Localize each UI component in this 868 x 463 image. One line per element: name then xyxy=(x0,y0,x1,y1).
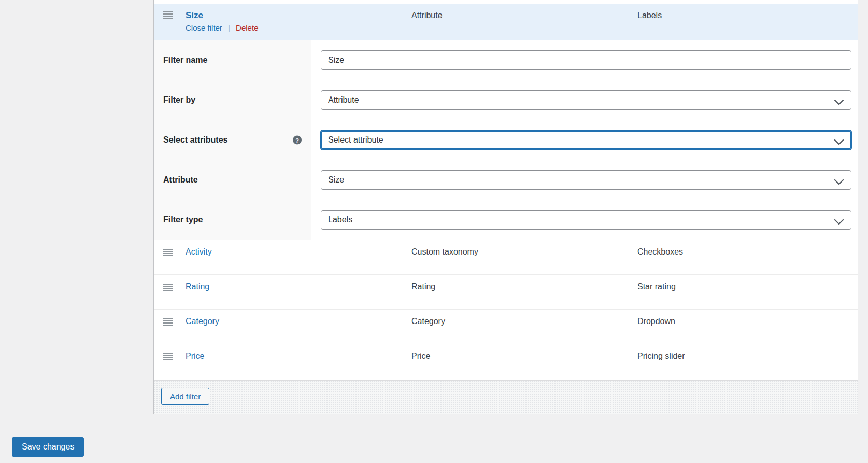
filter-attribute-cell: Custom taxonomy xyxy=(411,247,478,257)
label-cell: Filter type xyxy=(154,200,311,240)
filter-labels-cell: Dropdown xyxy=(637,317,675,326)
filter-name-link[interactable]: Activity xyxy=(186,247,212,257)
drag-handle-icon[interactable] xyxy=(163,284,173,291)
chevron-down-icon xyxy=(834,217,844,222)
label-cell: Filter name xyxy=(154,40,311,80)
column-header-attribute: Attribute xyxy=(411,11,443,20)
label-cell: Select attributes ? xyxy=(154,120,311,160)
filter-by-label: Filter by xyxy=(163,95,195,105)
help-icon[interactable]: ? xyxy=(293,136,302,145)
open-filter-header-row: Size Close filter | Delete Attribute Lab… xyxy=(154,4,858,40)
filter-name-link[interactable]: Category xyxy=(186,317,219,326)
filter-attribute-cell: Rating xyxy=(411,282,435,291)
filters-table: Size Close filter | Delete Attribute Lab… xyxy=(153,0,858,414)
row-actions: Close filter | Delete xyxy=(186,23,258,32)
table-row-rating: Rating Rating Star rating xyxy=(154,275,858,310)
form-row-filter-by: Filter by Attribute xyxy=(154,80,858,120)
delete-filter-link[interactable]: Delete xyxy=(236,23,258,32)
admin-page: Size Close filter | Delete Attribute Lab… xyxy=(0,0,868,463)
filter-title-link[interactable]: Size xyxy=(186,10,203,21)
filter-labels-cell: Checkboxes xyxy=(637,247,683,257)
table-footer: Add filter xyxy=(154,380,858,414)
add-filter-button[interactable]: Add filter xyxy=(161,388,209,405)
form-row-filter-type: Filter type Labels xyxy=(154,200,858,240)
table-row-category: Category Category Dropdown xyxy=(154,310,858,344)
chevron-down-icon xyxy=(834,97,844,103)
filter-settings-form: Filter name Filter by Attribute Select a… xyxy=(154,40,858,240)
table-row-price: Price Price Pricing slider xyxy=(154,344,858,379)
table-row-activity: Activity Custom taxonomy Checkboxes xyxy=(154,240,858,275)
drag-handle-icon[interactable] xyxy=(163,249,173,256)
filter-by-select[interactable]: Attribute xyxy=(321,90,851,110)
filter-type-label: Filter type xyxy=(163,215,203,225)
label-cell: Filter by xyxy=(154,80,311,120)
drag-handle-icon[interactable] xyxy=(163,11,173,19)
label-cell: Attribute xyxy=(154,160,311,200)
select-attributes-label: Select attributes xyxy=(163,135,227,145)
form-row-attribute: Attribute Size xyxy=(154,160,858,200)
filter-labels-cell: Star rating xyxy=(637,282,676,291)
filter-attribute-cell: Price xyxy=(411,352,430,361)
filter-by-selected-value: Attribute xyxy=(328,95,359,105)
filter-name-link[interactable]: Rating xyxy=(186,282,209,291)
drag-handle-icon[interactable] xyxy=(163,353,173,360)
form-row-select-attributes: Select attributes ? Select attribute xyxy=(154,120,858,160)
filter-attribute-cell: Category xyxy=(411,317,445,326)
select-attributes-selected-value: Select attribute xyxy=(328,135,383,145)
chevron-down-icon xyxy=(834,177,844,183)
filter-type-select[interactable]: Labels xyxy=(321,210,851,230)
drag-handle-icon[interactable] xyxy=(163,318,173,326)
filter-labels-cell: Pricing slider xyxy=(637,352,685,361)
form-row-filter-name: Filter name xyxy=(154,40,858,80)
action-separator: | xyxy=(228,23,230,32)
select-attributes-select[interactable]: Select attribute xyxy=(321,130,851,150)
close-filter-link[interactable]: Close filter xyxy=(186,23,222,32)
filter-name-link[interactable]: Price xyxy=(186,352,204,361)
attribute-selected-value: Size xyxy=(328,175,344,185)
column-header-labels: Labels xyxy=(637,11,662,20)
chevron-down-icon xyxy=(834,137,844,143)
attribute-label: Attribute xyxy=(163,175,198,185)
save-changes-button[interactable]: Save changes xyxy=(12,437,84,457)
filter-name-input[interactable] xyxy=(321,50,851,70)
filter-type-selected-value: Labels xyxy=(328,215,352,225)
filter-list: Activity Custom taxonomy Checkboxes Rati… xyxy=(154,240,858,379)
filter-name-label: Filter name xyxy=(163,55,207,65)
attribute-select[interactable]: Size xyxy=(321,170,851,190)
